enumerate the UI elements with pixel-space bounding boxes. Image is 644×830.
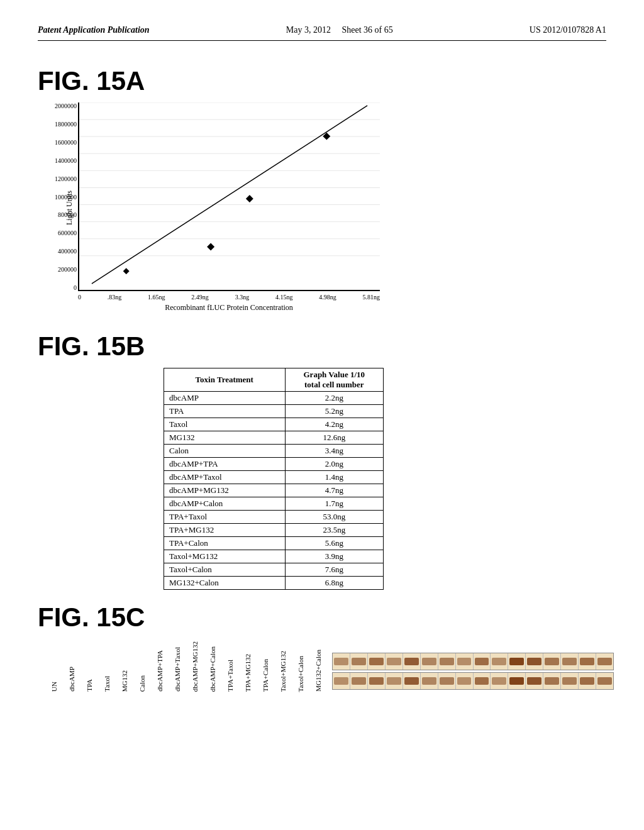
- blot-lane: [508, 673, 526, 689]
- lane-label: MG132+Calon: [314, 647, 332, 692]
- band: [440, 658, 454, 665]
- page-header: Patent Application Publication May 3, 20…: [38, 25, 606, 41]
- band: [457, 677, 472, 685]
- blot-lane: [438, 673, 456, 689]
- value-cell: 2.2ng: [285, 392, 383, 405]
- fig15a-label: FIG. 15A: [38, 66, 606, 96]
- table-row: dbcAMP+Taxol1.4ng: [164, 471, 384, 484]
- band: [597, 658, 612, 665]
- band: [352, 677, 366, 685]
- lane-label: dbcAMP: [68, 664, 86, 692]
- blot-lane: [596, 673, 613, 689]
- treatment-cell: MG132: [164, 431, 286, 445]
- blot-lane: [386, 653, 403, 670]
- page: Patent Application Publication May 3, 20…: [0, 0, 644, 830]
- table-row: Taxol+Calon7.6ng: [164, 563, 384, 577]
- blot-lane: [579, 673, 596, 689]
- blot-lane: [474, 653, 491, 670]
- band: [597, 677, 612, 685]
- y-tick-1000k: 1000000: [39, 194, 77, 201]
- x-tick-165: 1.65ng: [148, 294, 165, 301]
- lane-label: TPA+Calon: [262, 656, 279, 692]
- lane-label: Taxol: [103, 673, 121, 692]
- publication-date: May 3, 2012 Sheet 36 of 65: [286, 25, 393, 35]
- lane-label: UN: [50, 679, 68, 692]
- col1-header: Toxin Treatment: [164, 368, 286, 392]
- treatment-cell: dbcAMP+TPA: [164, 458, 286, 471]
- value-cell: 7.6ng: [285, 563, 383, 577]
- treatment-cell: Taxol+Calon: [164, 563, 286, 577]
- band: [492, 658, 506, 665]
- blot-lane: [543, 653, 561, 670]
- band: [527, 677, 541, 685]
- band: [545, 658, 559, 665]
- treatment-cell: Calon: [164, 445, 286, 458]
- fig15c-content: UNdbcAMPTPATaxolMG132CalondbcAMP+TPAdbcA…: [50, 639, 606, 692]
- y-tick-1600k: 1600000: [39, 139, 77, 146]
- blot-lane: [350, 653, 368, 670]
- blot-lane: [596, 653, 613, 670]
- value-cell: 1.7ng: [285, 497, 383, 511]
- lane-label: TPA+Taxol: [226, 657, 244, 692]
- x-tick-415: 4.15ng: [275, 294, 293, 301]
- table-row: MG132+Calon6.8ng: [164, 577, 384, 590]
- lane-label: Taxol+MG132: [279, 648, 297, 692]
- fig15c-label: FIG. 15C: [38, 602, 606, 633]
- band: [422, 658, 436, 665]
- x-tick-33: 3.3ng: [235, 294, 250, 301]
- blot-lane: [403, 673, 421, 689]
- table-row: TPA+MG13223.5ng: [164, 524, 384, 537]
- y-tick-600k: 600000: [39, 230, 77, 236]
- blot-lane: [526, 653, 543, 670]
- band: [509, 677, 524, 685]
- blot-lane: [474, 673, 491, 689]
- x-tick-249: 2.49ng: [191, 294, 209, 301]
- chart-area: [78, 102, 380, 291]
- value-cell: 6.8ng: [285, 577, 383, 590]
- band: [369, 658, 384, 665]
- y-tick-0: 0: [39, 284, 77, 291]
- y-tick-1400k: 1400000: [39, 157, 77, 164]
- value-cell: 53.0ng: [285, 511, 383, 524]
- blot-lane: [350, 673, 368, 689]
- treatment-cell: dbcAMP+Taxol: [164, 471, 286, 484]
- value-cell: 4.2ng: [285, 418, 383, 431]
- value-cell: 5.2ng: [285, 405, 383, 418]
- table-row: Taxol+MG1323.9ng: [164, 550, 384, 563]
- fig15b-table: Toxin Treatment Graph Value 1/10 total c…: [164, 368, 384, 590]
- band: [369, 677, 384, 685]
- treatment-cell: dbcAMP: [164, 392, 286, 405]
- lane-label: TPA: [86, 677, 103, 692]
- blot-lane: [491, 653, 508, 670]
- band: [580, 677, 594, 685]
- lane-label: dbcAMP+Taxol: [174, 645, 191, 692]
- value-cell: 23.5ng: [285, 524, 383, 537]
- blot-lane: [403, 653, 421, 670]
- treatment-cell: MG132+Calon: [164, 577, 286, 590]
- band: [492, 677, 506, 685]
- gel-blot: [332, 653, 614, 692]
- table-row: TPA+Taxol53.0ng: [164, 511, 384, 524]
- band: [404, 677, 419, 685]
- blot-lane: [526, 673, 543, 689]
- treatment-cell: TPA+Calon: [164, 537, 286, 550]
- treatment-cell: dbcAMP+MG132: [164, 484, 286, 497]
- band: [475, 658, 489, 665]
- date-text: May 3, 2012: [286, 25, 331, 35]
- band: [422, 677, 436, 685]
- treatment-cell: TPA+MG132: [164, 524, 286, 537]
- svg-marker-11: [123, 268, 130, 274]
- blot-lane: [368, 673, 386, 689]
- patent-number: US 2012/0107828 A1: [530, 25, 606, 35]
- blot-lane: [368, 653, 386, 670]
- treatment-cell: TPA+Taxol: [164, 511, 286, 524]
- publication-title: Patent Application Publication: [38, 25, 150, 35]
- treatment-cell: dbcAMP+Calon: [164, 497, 286, 511]
- band: [457, 658, 472, 665]
- band: [475, 677, 489, 685]
- blot-lane: [561, 653, 579, 670]
- blot-lane: [333, 673, 350, 689]
- treatment-cell: Taxol: [164, 418, 286, 431]
- blot-lane: [579, 653, 596, 670]
- blot-band-row: [332, 653, 614, 670]
